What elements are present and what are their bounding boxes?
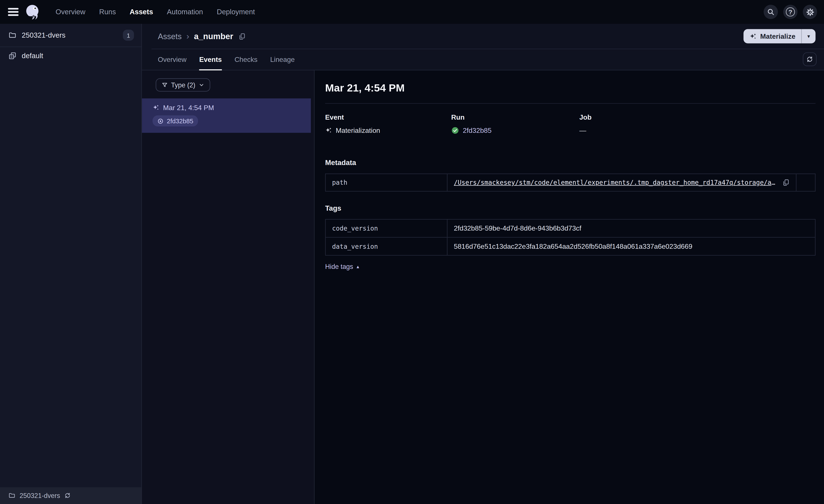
nav-item-deployment[interactable]: Deployment bbox=[217, 8, 255, 16]
tags-table: code_version 2fd32b85-59be-4d7d-8d6e-943… bbox=[325, 219, 816, 256]
table-row: code_version 2fd32b85-59be-4d7d-8d6e-943… bbox=[326, 220, 815, 237]
type-filter-label: Type (2) bbox=[171, 81, 195, 89]
menu-icon[interactable] bbox=[8, 8, 19, 16]
nav-item-overview[interactable]: Overview bbox=[56, 8, 86, 16]
breadcrumb-assets-link[interactable]: Assets bbox=[158, 32, 182, 41]
event-run-id: 2fd32b85 bbox=[167, 117, 193, 125]
copy-icon bbox=[238, 32, 246, 40]
breadcrumb-chevron-icon: › bbox=[186, 31, 189, 41]
topbar-actions: ? bbox=[763, 5, 817, 19]
breadcrumb: Assets › a_number Materializ bbox=[142, 24, 824, 49]
sidebar-item-group[interactable]: 250321-dvers 1 bbox=[0, 24, 141, 47]
sidebar-count-badge: 1 bbox=[123, 30, 134, 41]
nav-item-runs[interactable]: Runs bbox=[99, 8, 116, 16]
tab-checks[interactable]: Checks bbox=[234, 49, 258, 70]
caret-up-icon: ▲ bbox=[356, 264, 360, 269]
sidebar-footer-label: 250321-dvers bbox=[20, 492, 60, 499]
tab-lineage[interactable]: Lineage bbox=[270, 49, 295, 70]
run-status-icon bbox=[157, 118, 164, 124]
dagster-logo[interactable] bbox=[23, 3, 42, 21]
refresh-icon bbox=[806, 55, 813, 63]
materialize-button-label: Materialize bbox=[760, 32, 796, 40]
detail-divider bbox=[325, 103, 816, 104]
table-row: path /Users/smackesey/stm/code/elementl/… bbox=[326, 174, 815, 191]
tag-value: 2fd32b85-59be-4d7d-8d6e-943b6b3d73cf bbox=[454, 224, 581, 232]
event-run-badge[interactable]: 2fd32b85 bbox=[152, 115, 198, 126]
hide-tags-label: Hide tags bbox=[325, 263, 353, 270]
success-check-icon bbox=[451, 127, 459, 135]
copy-icon bbox=[782, 179, 790, 186]
help-button[interactable]: ? bbox=[783, 5, 798, 19]
help-icon: ? bbox=[786, 8, 795, 16]
materialization-sparkle-icon bbox=[152, 104, 159, 111]
page-title: a_number bbox=[194, 31, 233, 41]
event-list-panel: Type (2) Mar 21, 4:54 PM bbox=[142, 70, 315, 504]
tag-key: code_version bbox=[326, 220, 447, 237]
event-detail-panel: Mar 21, 4:54 PM Event Materialization bbox=[315, 70, 824, 504]
folder-icon bbox=[8, 492, 15, 499]
metadata-action-cell bbox=[796, 174, 815, 191]
app-window: Overview Runs Assets Automation Deployme… bbox=[0, 0, 824, 504]
asset-catalog-sidebar: 250321-dvers 1 default 250321-dvers bbox=[0, 24, 142, 504]
materialize-dropdown-button[interactable]: ▾ bbox=[802, 29, 816, 43]
table-row: data_version 5816d76e51c13dac22e3fa182a6… bbox=[326, 237, 815, 255]
event-column-header: Event bbox=[325, 113, 451, 121]
job-value: — bbox=[579, 127, 586, 135]
metadata-key: path bbox=[326, 174, 447, 191]
event-detail-title: Mar 21, 4:54 PM bbox=[325, 82, 816, 94]
type-filter-button[interactable]: Type (2) bbox=[156, 78, 210, 92]
materialize-sparkle-icon bbox=[749, 32, 756, 40]
main-content: Assets › a_number Materializ bbox=[142, 24, 824, 504]
job-column-header: Job bbox=[579, 113, 816, 121]
top-navigation-bar: Overview Runs Assets Automation Deployme… bbox=[0, 0, 824, 24]
filter-icon bbox=[162, 82, 168, 88]
event-list-item-selected[interactable]: Mar 21, 4:54 PM 2fd32b85 bbox=[142, 98, 311, 133]
gear-icon bbox=[806, 8, 814, 16]
sidebar-asset-group-label: default bbox=[22, 52, 43, 60]
copy-asset-name-button[interactable] bbox=[238, 32, 246, 40]
materialize-button[interactable]: Materialize bbox=[743, 29, 801, 43]
tab-events[interactable]: Events bbox=[199, 49, 222, 70]
search-button[interactable] bbox=[763, 5, 778, 19]
search-icon bbox=[767, 8, 775, 16]
primary-nav: Overview Runs Assets Automation Deployme… bbox=[56, 8, 255, 16]
hide-tags-link[interactable]: Hide tags ▲ bbox=[325, 263, 360, 270]
nav-item-assets[interactable]: Assets bbox=[130, 8, 153, 16]
tags-heading: Tags bbox=[325, 204, 816, 212]
materialize-split-button: Materialize ▾ bbox=[743, 29, 816, 43]
copy-path-button[interactable] bbox=[782, 179, 790, 186]
events-content: Type (2) Mar 21, 4:54 PM bbox=[142, 70, 824, 504]
materialization-sparkle-icon bbox=[325, 127, 332, 134]
metadata-heading: Metadata bbox=[325, 159, 816, 167]
event-summary-columns: Event Materialization Run bbox=[325, 113, 816, 134]
metadata-path-link[interactable]: /Users/smackesey/stm/code/elementl/exper… bbox=[454, 179, 777, 186]
nav-item-automation[interactable]: Automation bbox=[167, 8, 203, 16]
run-id-link[interactable]: 2fd32b85 bbox=[463, 127, 492, 135]
chevron-down-icon bbox=[199, 82, 204, 88]
asset-group-icon bbox=[8, 52, 16, 60]
settings-button[interactable] bbox=[803, 5, 817, 19]
sidebar-footer-location[interactable]: 250321-dvers bbox=[0, 487, 141, 504]
tab-overview[interactable]: Overview bbox=[158, 49, 187, 70]
tag-value: 5816d76e51c13dac22e3fa182a654aa2d526fb50… bbox=[454, 242, 692, 250]
tag-key: data_version bbox=[326, 238, 447, 255]
event-type-value: Materialization bbox=[336, 127, 380, 135]
sidebar-group-label: 250321-dvers bbox=[22, 31, 66, 39]
event-item-timestamp: Mar 21, 4:54 PM bbox=[163, 104, 214, 112]
folder-icon bbox=[8, 31, 16, 39]
asset-page-header: Assets › a_number Materializ bbox=[142, 24, 824, 70]
metadata-table: path /Users/smackesey/stm/code/elementl/… bbox=[325, 173, 816, 192]
run-column-header: Run bbox=[451, 113, 579, 121]
asset-tabs: Overview Events Checks Lineage bbox=[142, 49, 824, 70]
refresh-button[interactable] bbox=[803, 52, 817, 66]
reload-icon[interactable] bbox=[64, 492, 71, 499]
caret-down-icon: ▾ bbox=[807, 33, 810, 39]
sidebar-item-default[interactable]: default bbox=[0, 47, 141, 65]
